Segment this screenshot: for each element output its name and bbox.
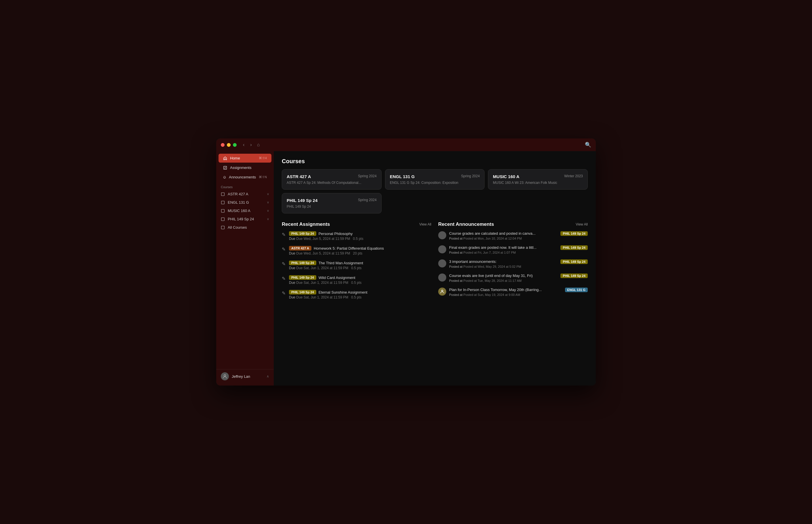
- assignment-badge-2: PHIL 149 Sp 24: [289, 261, 316, 265]
- assignment-due-1: Due Due Wed, Jun 5, 2024 at 11:59 PM 20 …: [289, 251, 431, 256]
- maximize-button[interactable]: [233, 143, 237, 147]
- assignments-view-all[interactable]: View All: [419, 222, 431, 226]
- assignment-info-2: PHIL 149 Sp 24 The Third Man Assignment …: [289, 261, 431, 270]
- assignment-due-4: Due Due Sat, Jun 1, 2024 at 11:59 PM 0.5…: [289, 295, 431, 299]
- user-profile[interactable]: Jeffrey Lan ∧: [216, 369, 274, 383]
- assignment-title-4: Eternal Sunshine Assignment: [319, 290, 367, 294]
- assignment-title-0: Personal Philosophy: [319, 232, 353, 236]
- announcement-item-3[interactable]: Course evals are live (until end of day …: [438, 274, 588, 282]
- announcement-info-3: Course evals are live (until end of day …: [449, 274, 588, 282]
- course-card-engl[interactable]: ENGL 131 G Spring 2024 ENGL 131 G Sp 24:…: [385, 169, 485, 190]
- search-icon[interactable]: 🔍: [585, 142, 591, 148]
- forward-button[interactable]: ›: [249, 142, 253, 148]
- assignment-badge-4: PHIL 149 Sp 24: [289, 290, 316, 294]
- announcement-item-2[interactable]: 3 important announcements: PHIL 149 Sp 2…: [438, 259, 588, 268]
- user-name-label: Jeffrey Lan: [232, 374, 264, 379]
- announcement-info-2: 3 important announcements: PHIL 149 Sp 2…: [449, 259, 588, 268]
- recent-assignments-header: Recent Assignments View All: [282, 222, 431, 227]
- announcement-item-1[interactable]: Final exam grades are posted now. It wil…: [438, 245, 588, 254]
- chevron-down-icon-engl: ∨: [267, 200, 269, 204]
- close-button[interactable]: [221, 143, 225, 147]
- course-card-desc-music: MUSIC 160 A Wi 23: American Folk Music: [493, 181, 583, 185]
- sidebar-item-music160a[interactable]: MUSIC 160 A ∨: [216, 207, 274, 215]
- avatar: [221, 372, 229, 380]
- assignment-badge-3: PHIL 149 Sp 24: [289, 275, 316, 280]
- user-chevron-icon: ∧: [267, 374, 269, 378]
- announcement-avatar-4: [438, 288, 446, 296]
- recent-announcements-col: Recent Announcements View All Course gra…: [438, 222, 588, 305]
- sidebar-item-announcements[interactable]: Announcements ⌘⇧N: [219, 173, 271, 182]
- announcement-avatar-0: [438, 231, 446, 239]
- sidebar: Home ⌘⇧H Assignments Announcements ⌘⇧N C…: [216, 151, 274, 386]
- all-courses-label: All Courses: [228, 225, 247, 230]
- sidebar-item-home[interactable]: Home ⌘⇧H: [219, 154, 271, 163]
- course-label-music160a: MUSIC 160 A: [228, 209, 251, 213]
- nav-controls: ‹ › ⌂: [241, 142, 260, 148]
- announcement-text-0: Course grades are calculated and posted …: [449, 231, 558, 235]
- course-card-term-engl: Spring 2024: [461, 174, 480, 178]
- assignment-icon-1: ✎: [282, 246, 286, 252]
- announcement-avatar-3: [438, 274, 446, 281]
- sidebar-home-label: Home: [230, 156, 240, 160]
- home-shortcut: ⌘⇧H: [259, 156, 267, 160]
- course-card-term-music: Winter 2023: [564, 174, 583, 178]
- announcement-badge-2: PHIL 149 Sp 24: [560, 259, 588, 264]
- svg-rect-4: [221, 217, 225, 220]
- chevron-down-icon: ∨: [267, 192, 269, 196]
- courses-title: Courses: [282, 158, 588, 165]
- recent-assignments-title: Recent Assignments: [282, 222, 330, 227]
- courses-section-label: Courses: [216, 182, 274, 190]
- sidebar-item-all-courses[interactable]: All Courses: [216, 223, 274, 232]
- announcement-posted-1: Posted at Posted at Fri, Jun 7, 2024 at …: [449, 251, 588, 254]
- announcement-item-0[interactable]: Course grades are calculated and posted …: [438, 231, 588, 240]
- course-label-engl131g: ENGL 131 G: [228, 200, 249, 204]
- app-window: ‹ › ⌂ 🔍 Home ⌘⇧H Assignments Announcemen…: [216, 138, 596, 386]
- recent-announcements-title: Recent Announcements: [438, 222, 494, 227]
- assignment-item-1[interactable]: ✎ ASTR 427 A Homework 5: Partial Differe…: [282, 246, 431, 256]
- course-card-music[interactable]: MUSIC 160 A Winter 2023 MUSIC 160 A Wi 2…: [488, 169, 588, 190]
- assignment-badge-1: ASTR 427 A: [289, 246, 312, 250]
- assignment-due-2: Due Due Sat, Jun 1, 2024 at 11:59 PM 0.5…: [289, 266, 431, 270]
- assignment-item-3[interactable]: ✎ PHIL 149 Sp 24 Wild Card Assignment Du…: [282, 275, 431, 285]
- announcements-view-all[interactable]: View All: [576, 222, 588, 226]
- courses-grid-top: ASTR 427 A Spring 2024 ASTR 427 A Sp 24:…: [282, 169, 588, 190]
- assignment-due-0: Due Due Wed, Jun 5, 2024 at 11:59 PM 0.5…: [289, 237, 431, 241]
- minimize-button[interactable]: [227, 143, 230, 147]
- back-button[interactable]: ‹: [241, 142, 246, 148]
- assignment-info-3: PHIL 149 Sp 24 Wild Card Assignment Due …: [289, 275, 431, 285]
- course-card-astr[interactable]: ASTR 427 A Spring 2024 ASTR 427 A Sp 24:…: [282, 169, 382, 190]
- recent-assignments-col: Recent Assignments View All ✎ PHIL 149 S…: [282, 222, 431, 305]
- all-courses-icon: [221, 226, 225, 230]
- recent-announcements-header: Recent Announcements View All: [438, 222, 588, 227]
- svg-rect-1: [221, 193, 225, 196]
- assignments-icon: [223, 166, 227, 170]
- assignment-badge-0: PHIL 149 Sp 24: [289, 231, 316, 236]
- course-card-term-phil: Spring 2024: [358, 198, 377, 202]
- course-card-desc-astr: ASTR 427 A Sp 24: Methods Of Computation…: [287, 181, 377, 185]
- announcement-item-4[interactable]: Plan for In-Person Class Tomorrow, May 2…: [438, 288, 588, 296]
- announcement-text-1: Final exam grades are posted now. It wil…: [449, 245, 558, 250]
- announcement-text-4: Plan for In-Person Class Tomorrow, May 2…: [449, 288, 563, 292]
- home-icon[interactable]: ⌂: [257, 142, 260, 147]
- traffic-lights: [221, 143, 237, 147]
- assignment-title-3: Wild Card Assignment: [319, 276, 355, 280]
- course-card-name-astr: ASTR 427 A: [287, 174, 311, 179]
- sidebar-item-engl131g[interactable]: ENGL 131 G ∨: [216, 198, 274, 207]
- assignment-item-0[interactable]: ✎ PHIL 149 Sp 24 Personal Philosophy Due…: [282, 231, 431, 241]
- sidebar-item-astr427a[interactable]: ASTR 427 A ∨: [216, 190, 274, 198]
- announcement-posted-2: Posted at Posted at Wed, May 29, 2024 at…: [449, 265, 588, 268]
- assignment-item-4[interactable]: ✎ PHIL 149 Sp 24 Eternal Sunshine Assign…: [282, 290, 431, 299]
- assignment-icon-4: ✎: [282, 291, 286, 296]
- courses-grid-bottom: PHIL 149 Sp 24 Spring 2024 PHIL 149 Sp 2…: [282, 193, 588, 213]
- sidebar-item-assignments[interactable]: Assignments: [219, 163, 271, 172]
- course-card-phil[interactable]: PHIL 149 Sp 24 Spring 2024 PHIL 149 Sp 2…: [282, 193, 382, 213]
- assignment-item-2[interactable]: ✎ PHIL 149 Sp 24 The Third Man Assignmen…: [282, 261, 431, 270]
- course-label-astr427a: ASTR 427 A: [228, 192, 249, 196]
- announcement-posted-0: Posted at Posted at Mon, Jun 10, 2024 at…: [449, 237, 588, 240]
- sidebar-item-phil149sp24[interactable]: PHIL 149 Sp 24 ∨: [216, 215, 274, 223]
- assignment-icon-0: ✎: [282, 232, 286, 237]
- titlebar: ‹ › ⌂ 🔍: [216, 138, 596, 151]
- app-body: Home ⌘⇧H Assignments Announcements ⌘⇧N C…: [216, 151, 596, 386]
- svg-point-7: [442, 290, 443, 292]
- assignment-info-4: PHIL 149 Sp 24 Eternal Sunshine Assignme…: [289, 290, 431, 299]
